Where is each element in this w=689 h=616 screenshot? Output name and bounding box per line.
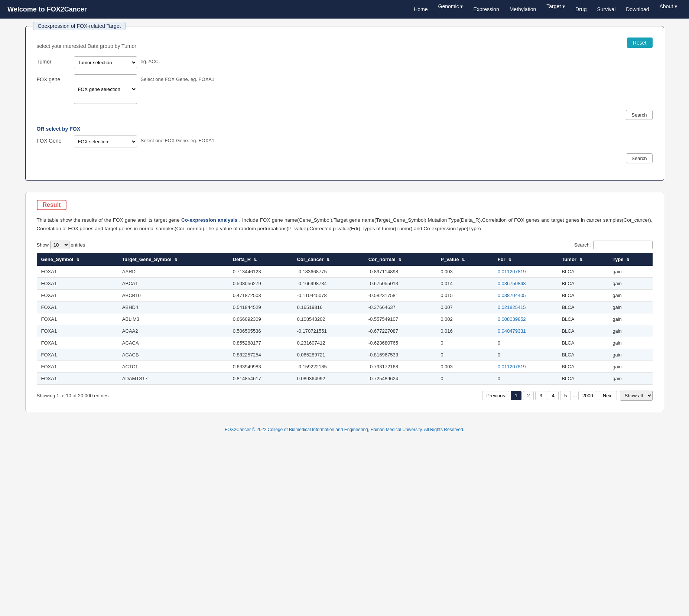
coexpression-highlight: Co-expression analysis [181,217,237,223]
fdr-link[interactable]: 0.008039852 [498,316,526,322]
table-row: FOXA1ACTC10.633949983-0.159222185-0.7931… [37,361,653,372]
navbar: Welcome to FOX2Cancer Home Genomic ▾ CNV… [0,0,689,19]
nav-genomic[interactable]: Genomic ▾ CNV SNP [434,3,468,15]
result-description: This table show the results of the FOX g… [37,216,653,233]
show-label: Show [37,242,49,248]
table-row: FOXA1ADAMTS170.8148546170.089364992-0.72… [37,372,653,384]
col-cor-normal[interactable]: Cor_normal ⇅ [364,253,436,266]
nav-target[interactable]: Target ▾ FOX-related target variance Coe… [542,3,569,15]
search-row-2: Search [37,153,653,163]
tumor-row: Tumor Tumor selection eg. ACC. [37,56,653,68]
or-divider: OR select by FOX [37,126,653,132]
main-content: Coexpression of FOX-related Target Reset… [10,19,679,420]
search-input[interactable] [593,241,653,249]
fox-gene-row: FOX gene FOX gene selection Select one F… [37,74,653,104]
page-2000-button[interactable]: 2000 [578,391,597,400]
or-label: OR select by FOX [37,126,80,132]
nav-links: Home Genomic ▾ CNV SNP Expression Methyl… [409,3,682,15]
table-body: FOXA1AARD0.713446123-0.183668775-0.89711… [37,266,653,385]
table-controls: Show 10 25 50 100 entries Search: [37,241,653,249]
fdr-link[interactable]: 0.021825415 [498,304,526,310]
fdr-link[interactable]: 0.036750843 [498,281,526,286]
table-row: FOXA1ACAA20.506505536-0.170721551-0.6772… [37,325,653,337]
table-search: Search: [574,241,653,249]
tumor-label: Tumor [37,56,74,65]
fox-gene-label: FOX gene [37,74,74,82]
prev-button[interactable]: Previous [482,391,509,400]
nav-drug[interactable]: Drug [571,3,591,15]
pagination-row: Showing 1 to 10 of 20,000 entries Previo… [37,391,653,401]
table-row: FOXA1ACACB0.8822572540.065289721-0.81696… [37,349,653,361]
nav-expression[interactable]: Expression [469,3,503,15]
table-row: FOXA1ABCA10.508056279-0.166998734-0.6750… [37,277,653,289]
search-row-1: Search [37,110,653,120]
fox-gene-hint: Select one FOX Gene. eg. FOXA1 [141,74,215,82]
pagination-controls: Previous 1 2 3 4 5 ... 2000 Next [482,391,617,400]
table-row: FOXA1ACACA0.8552881770.231607412-0.62368… [37,337,653,349]
form-panel: Coexpression of FOX-related Target Reset… [25,26,664,181]
pagination-info: Showing 1 to 10 of 20,000 entries [37,393,109,398]
table-header: Gene_Symbol ⇅ Target_Gene_Symbol ⇅ Delta… [37,253,653,266]
table-row: FOXA1AARD0.713446123-0.183668775-0.89711… [37,266,653,278]
result-title: Result [37,200,67,210]
nav-about[interactable]: About ▾ About Us Contact [655,3,682,15]
table-row: FOXA1ABLIM30.6660923090.108543202-0.5575… [37,313,653,325]
col-tumor[interactable]: Tumor ⇅ [557,253,608,266]
page-5-button[interactable]: 5 [560,391,571,400]
col-cor-cancer[interactable]: Cor_cancer ⇅ [292,253,364,266]
result-panel: Result This table show the results of th… [25,192,664,412]
fox-gene2-label: FOX Gene [37,136,74,144]
page-4-button[interactable]: 4 [548,391,559,400]
fox-gene-select[interactable]: FOX gene selection [74,74,137,104]
page-ellipsis: ... [572,392,577,398]
fdr-link[interactable]: 0.040479331 [498,328,526,334]
page-2-button[interactable]: 2 [523,391,534,400]
nav-home[interactable]: Home [409,3,432,15]
panel-subtitle: select your interested Data group by Tum… [37,43,653,49]
tumor-hint: eg. ACC. [141,56,160,64]
fdr-link[interactable]: 0.011207819 [498,269,526,274]
fox-selection-hint: Select one FOX Gene. eg. FOXA1 [141,136,215,143]
col-fdr[interactable]: Fdr ⇅ [493,253,558,266]
fdr-link[interactable]: 0.038704405 [498,293,526,298]
result-table: Gene_Symbol ⇅ Target_Gene_Symbol ⇅ Delta… [37,253,653,385]
next-button[interactable]: Next [599,391,617,400]
page-1-button[interactable]: 1 [511,391,521,400]
col-gene-symbol[interactable]: Gene_Symbol ⇅ [37,253,118,266]
tumor-select[interactable]: Tumor selection [74,56,137,68]
footer-link[interactable]: FOX2Cancer © 2022 College of Biomedical … [225,427,464,432]
search-button-2[interactable]: Search [626,153,652,163]
show-entries: Show 10 25 50 100 entries [37,241,85,249]
reset-button[interactable]: Reset [627,38,653,48]
table-row: FOXA1ABCB100.471872503-0.110445078-0.582… [37,289,653,301]
brand-logo: Welcome to FOX2Cancer [7,6,87,13]
fox-selection-select[interactable]: FOX selection [74,136,137,147]
col-target-gene-symbol[interactable]: Target_Gene_Symbol ⇅ [118,253,228,266]
show-all-select[interactable]: Show all [620,391,653,401]
nav-download[interactable]: Download [621,3,653,15]
table-row: FOXA1ABHD40.5418445290.16519816-0.376646… [37,301,653,313]
fdr-link[interactable]: 0.011207819 [498,364,526,369]
divider-line [86,129,653,129]
search-label: Search: [574,242,591,248]
fox-gene-row-2: FOX Gene FOX selection Select one FOX Ge… [37,136,653,147]
entries-select[interactable]: 10 25 50 100 [50,241,69,249]
page-3-button[interactable]: 3 [535,391,546,400]
entries-suffix: entries [71,242,85,248]
col-type[interactable]: Type ⇅ [608,253,652,266]
search-button-1[interactable]: Search [626,110,652,120]
panel-title: Coexpression of FOX-related Target [33,22,126,30]
nav-survival[interactable]: Survival [592,3,620,15]
footer: FOX2Cancer © 2022 College of Biomedical … [0,420,689,440]
col-p-value[interactable]: P_value ⇅ [436,253,493,266]
nav-methylation[interactable]: Methylation [505,3,541,15]
col-delta-r[interactable]: Delta_R ⇅ [228,253,293,266]
